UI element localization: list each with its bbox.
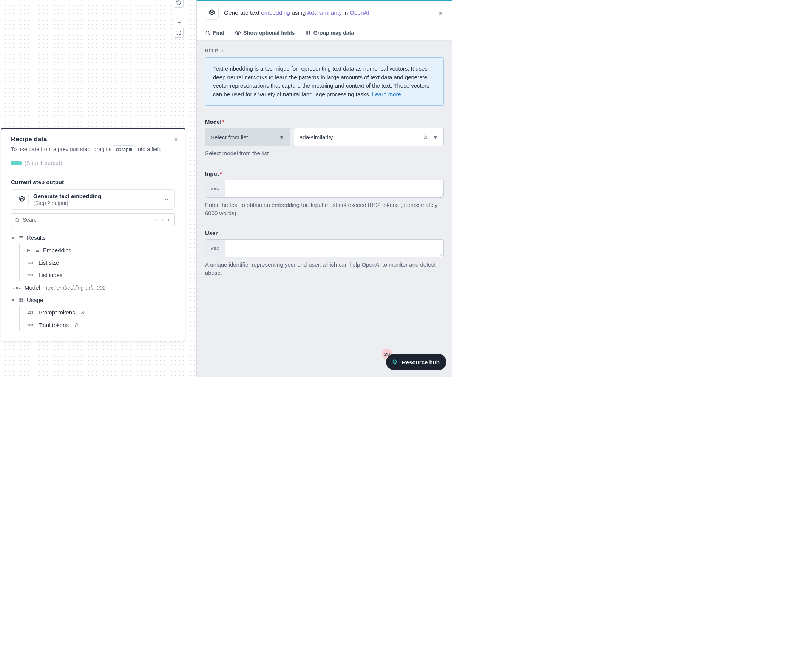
svg-rect-2 [21,298,23,300]
step1-color-icon [11,161,21,165]
panel-title: Generate text embedding using Ada simila… [224,10,369,16]
caret-down-icon: ▼ [279,134,284,140]
show-optional-button[interactable]: Show optional fields [235,30,295,36]
model-help: Select model from the list [205,149,444,157]
datapill-tag[interactable]: datapill [113,145,135,153]
input-help: Enter the text to obtain an embedding fo… [205,201,444,217]
model-label: Model* [205,119,444,125]
step1-chip[interactable]: (Step 1 output) [11,160,175,166]
type-string-icon: ABC [205,240,225,257]
panel-toolbar: Find Show optional fields Group map data [197,25,452,41]
help-section-title[interactable]: HELP [205,48,444,54]
tree-node-usage[interactable]: ▼ Usage [11,294,178,306]
svg-point-5 [206,31,209,34]
tree-node-list-size[interactable]: 123 List size [27,256,178,269]
panel-drag-handle-icon[interactable] [173,136,178,142]
canvas-controls: + − [174,0,184,38]
tree-node-prompt-tokens[interactable]: 123 Prompt tokens 8 [27,306,178,319]
svg-rect-4 [21,300,23,301]
svg-point-0 [15,218,18,221]
fit-button[interactable] [174,28,183,38]
undo-button[interactable] [174,0,183,8]
search-icon [14,217,20,223]
step2-title: Generate text embedding [33,193,101,199]
resource-hub-button[interactable]: Resource hub [386,354,446,370]
user-label: User [205,230,444,236]
type-number-icon: 123 [27,311,36,315]
recipe-data-subtitle: To use data from a previous step, drag i… [11,145,175,153]
type-number-icon: 123 [27,273,36,277]
chevron-down-icon [164,196,169,203]
lightbulb-icon [391,358,398,366]
settings-panel: Generate text embedding using Ada simila… [197,0,452,377]
user-textarea[interactable] [225,240,443,257]
help-box: Text embedding is a technique for repres… [205,58,444,106]
input-textarea[interactable] [225,180,443,198]
type-number-icon: 123 [27,323,36,327]
tree-node-embedding[interactable]: ▶ Embedding [27,244,178,256]
openai-logo-icon [15,193,29,206]
step2-subtitle: (Step 2 output) [33,200,101,206]
caret-right-icon: ▶ [27,248,32,252]
zoom-group: + − [174,9,184,26]
caret-down-icon: ▼ [11,298,15,302]
recipe-data-panel: Recipe data To use data from a previous … [1,128,185,341]
list-icon [35,248,40,253]
input-label: Input* [205,170,444,177]
caret-down-icon: ▼ [11,236,15,240]
type-number-icon: 123 [27,261,36,265]
resource-hub-label: Resource hub [402,359,439,366]
svg-rect-1 [19,298,21,300]
recipe-data-title: Recipe data [11,135,175,143]
caret-down-icon: ▼ [433,134,438,140]
openai-logo-icon [205,6,219,20]
type-string-icon: ABC [13,286,21,290]
search-box[interactable] [11,213,175,226]
close-button[interactable] [437,9,444,17]
model-value-select[interactable]: ada-similarity ✕ ▼ [294,128,444,146]
panel-header: Generate text embedding using Ada simila… [197,1,452,25]
model-field: Model* Select from list ▼ ada-similarity… [205,119,444,157]
user-field: User ABC A unique identifier representin… [205,230,444,277]
tree-node-total-tokens[interactable]: 123 Total tokens 8 [27,319,178,331]
user-help: A unique identifier representing your en… [205,260,444,277]
resize-handle-icon[interactable] [439,193,443,197]
learn-more-link[interactable]: Learn more [372,91,401,97]
search-input[interactable] [23,217,151,223]
svg-rect-7 [306,31,308,35]
chevron-up-icon [220,49,225,53]
canvas-area[interactable]: + − Recipe data To use data from a previ… [0,0,197,377]
svg-rect-3 [19,300,21,301]
find-button[interactable]: Find [205,30,225,36]
tree-node-model-value: text-embedding-ada-002 [46,285,106,291]
zoom-in-button[interactable]: + [174,10,184,18]
model-mode-select[interactable]: Select from list ▼ [205,128,290,146]
step1-label: (Step 1 output) [25,160,62,166]
svg-point-6 [237,32,239,34]
object-icon [18,298,24,303]
list-icon [18,235,24,240]
tree-node-list-index[interactable]: 123 List index [27,269,178,281]
tree-node-model[interactable]: ABC Model text-embedding-ada-002 [13,281,178,294]
group-map-button[interactable]: Group map data [306,30,354,36]
search-clear-icon[interactable] [167,217,172,223]
search-next-icon[interactable] [160,217,165,223]
svg-rect-8 [309,31,310,35]
step2-card[interactable]: Generate text embedding (Step 2 output) [11,189,175,209]
clear-icon[interactable]: ✕ [423,133,428,141]
zoom-out-button[interactable]: − [174,18,184,26]
type-string-icon: ABC [205,180,225,198]
output-tree: ▼ Results ▶ Embedding 123 List size 123 … [11,231,178,331]
current-step-output-heading: Current step output [11,179,175,185]
tree-node-results[interactable]: ▼ Results [11,231,178,244]
input-field: Input* ABC Enter the text to obtain an e… [205,170,444,217]
resize-handle-icon[interactable] [439,252,443,256]
search-prev-icon[interactable] [154,217,158,223]
